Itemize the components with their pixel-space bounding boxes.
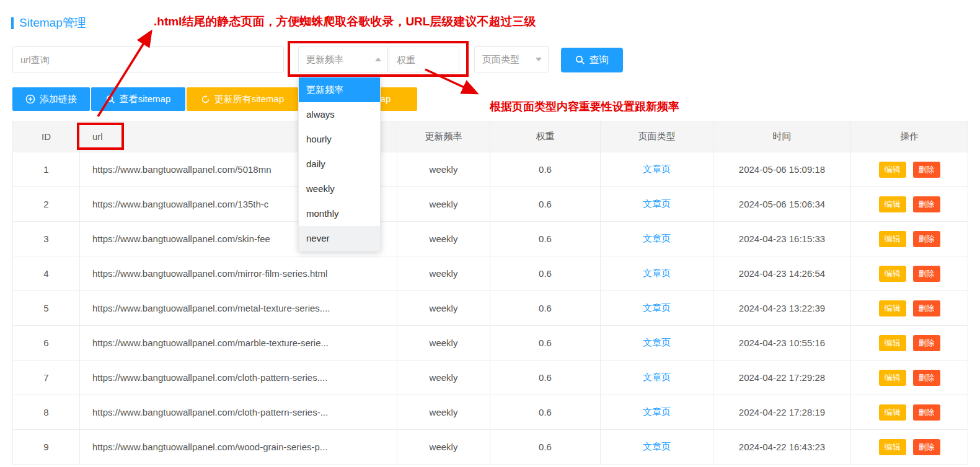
dropdown-option-monthly[interactable]: monthly [299,201,380,226]
header-id: ID [13,121,80,152]
cell-weight: 0.6 [490,187,601,222]
dropdown-option-never[interactable]: never [299,226,380,251]
weight-input[interactable] [389,46,459,72]
cell-actions: 编辑 删除 [851,152,968,187]
add-link-label: 添加链接 [40,94,77,105]
cell-actions: 编辑 删除 [851,395,968,430]
cell-weight: 0.6 [490,152,601,187]
delete-button[interactable]: 删除 [913,266,940,282]
dropdown-option-frequency[interactable]: 更新频率 [299,77,380,102]
dropdown-option-always[interactable]: always [299,102,380,127]
page-type-link[interactable]: 文章页 [643,372,671,382]
view-sitemap-button[interactable]: 查看sitemap [91,87,185,111]
delete-button[interactable]: 删除 [913,162,940,178]
cell-frequency: weekly [397,256,490,291]
edit-button[interactable]: 编辑 [879,266,906,282]
delete-button[interactable]: 删除 [913,335,940,351]
url-search-input[interactable] [12,46,284,72]
cell-actions: 编辑 删除 [851,187,968,222]
view-sitemap-label: 查看sitemap [120,94,171,105]
cell-id: 5 [13,291,80,326]
annotation-frequency-note: 根据页面类型内容重要性设置跟新频率 [490,99,679,114]
cell-time: 2024-04-23 10:55:16 [713,326,851,360]
page-type-link[interactable]: 文章页 [643,441,671,452]
page-title-text: Sitemap管理 [19,15,86,31]
plus-circle-icon [25,94,35,104]
header-time: 时间 [713,121,851,152]
cell-frequency: weekly [397,187,490,222]
cell-weight: 0.6 [490,326,601,360]
cell-id: 1 [13,152,80,187]
edit-button[interactable]: 编辑 [879,335,906,351]
dropdown-option-daily[interactable]: daily [299,152,380,177]
page-type-select-value: 页面类型 [482,54,519,66]
page-type-link[interactable]: 文章页 [643,268,671,278]
header-frequency: 更新频率 [397,121,490,152]
frequency-select[interactable]: 更新频率 [298,46,388,72]
page-type-link[interactable]: 文章页 [643,406,671,417]
edit-button[interactable]: 编辑 [879,370,906,386]
cell-time: 2024-04-22 17:29:28 [713,360,851,395]
search-button[interactable]: 查询 [561,48,623,72]
edit-button[interactable]: 编辑 [879,300,906,316]
page-type-link[interactable]: 文章页 [643,233,671,243]
edit-button[interactable]: 编辑 [879,196,906,212]
cell-url: https://www.bangtuowallpanel.com/wood-gr… [80,430,397,465]
cell-id: 9 [13,430,80,465]
page-type-link[interactable]: 文章页 [643,337,671,347]
edit-button[interactable]: 编辑 [879,162,906,178]
delete-button[interactable]: 删除 [913,439,940,455]
cell-page-type: 文章页 [601,256,713,291]
search-icon [575,55,585,65]
cell-page-type: 文章页 [601,326,713,360]
cell-url: https://www.bangtuowallpanel.com/cloth-p… [80,395,397,430]
page-type-link[interactable]: 文章页 [643,302,671,313]
cell-frequency: weekly [397,430,490,465]
cell-frequency: weekly [397,395,490,430]
table-row: 2 https://www.bangtuowallpanel.com/135th… [13,187,968,222]
table-row: 7 https://www.bangtuowallpanel.com/cloth… [13,360,968,395]
cell-page-type: 文章页 [601,291,713,326]
edit-button[interactable]: 编辑 [879,231,906,247]
edit-button[interactable]: 编辑 [879,404,906,421]
cell-weight: 0.6 [490,430,601,465]
cell-id: 7 [13,360,80,395]
dropdown-option-weekly[interactable]: weekly [299,177,380,201]
cell-frequency: weekly [397,291,490,326]
cell-time: 2024-04-23 14:26:54 [713,256,851,291]
delete-button[interactable]: 删除 [913,231,940,247]
dropdown-option-hourly[interactable]: hourly [299,127,380,152]
table-row: 5 https://www.bangtuowallpanel.com/metal… [13,291,968,326]
search-icon [106,95,115,104]
chevron-down-icon [536,58,542,61]
table-row: 3 https://www.bangtuowallpanel.com/skin-… [13,222,968,256]
cell-id: 8 [13,395,80,430]
delete-button[interactable]: 删除 [913,404,940,421]
cell-frequency: weekly [397,360,490,395]
delete-button[interactable]: 删除 [913,196,940,212]
cell-weight: 0.6 [490,222,601,256]
page-type-link[interactable]: 文章页 [643,198,671,209]
table-row: 6 https://www.bangtuowallpanel.com/marbl… [13,326,968,360]
cell-id: 2 [13,187,80,222]
cell-weight: 0.6 [490,256,601,291]
add-link-button[interactable]: 添加链接 [12,87,90,111]
cell-actions: 编辑 删除 [851,291,968,326]
annotation-static-page-note: .html结尾的静态页面，方便蜘蛛爬取谷歌收录，URL层级建议不超过三级 [154,14,536,30]
table-header-row: ID url 更新频率 权重 页面类型 时间 操作 [13,121,968,152]
update-all-sitemap-button[interactable]: 更新所有sitemap [187,87,298,111]
cell-page-type: 文章页 [601,430,713,465]
sitemap-management-page: Sitemap管理 更新频率 页面类型 查询 添加链接 查看sitemap [0,0,980,467]
edit-button[interactable]: 编辑 [879,439,906,455]
page-type-link[interactable]: 文章页 [643,164,671,174]
cell-frequency: weekly [397,152,490,187]
page-title: Sitemap管理 [11,15,86,31]
delete-button[interactable]: 删除 [913,300,940,316]
cell-weight: 0.6 [490,360,601,395]
page-type-select[interactable]: 页面类型 [474,46,549,72]
cell-frequency: weekly [397,222,490,256]
delete-button[interactable]: 删除 [913,370,940,386]
cell-time: 2024-05-06 15:06:34 [713,187,851,222]
frequency-select-value: 更新频率 [306,54,343,66]
cell-page-type: 文章页 [601,152,713,187]
